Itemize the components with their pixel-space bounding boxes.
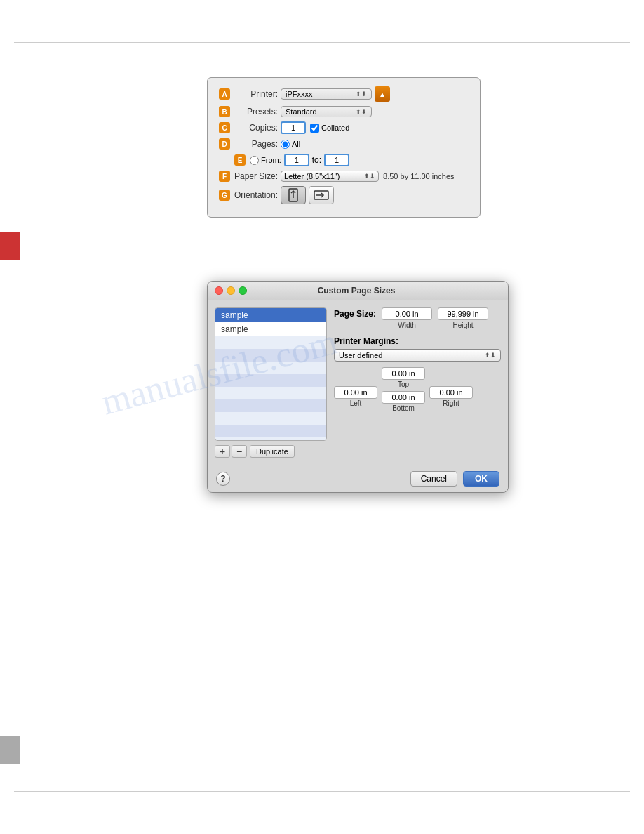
side-tab-red — [0, 232, 20, 260]
printer-select[interactable]: iPFxxxx ⬆⬇ — [281, 88, 372, 100]
paper-size-badge: F — [219, 171, 230, 182]
presets-badge: B — [219, 106, 230, 117]
print-dialog: A Printer: iPFxxxx ⬆⬇ ▲ B Presets: Stand… — [207, 77, 481, 218]
from-row: E From: to: — [234, 154, 469, 166]
dialog-body: sample sample + − Duplicate Page Size: W… — [208, 300, 508, 465]
help-button[interactable]: ? — [216, 472, 230, 486]
list-panel: sample sample + − Duplicate — [215, 307, 327, 458]
footer-buttons: Cancel OK — [410, 471, 499, 486]
printer-row: A Printer: iPFxxxx ⬆⬇ ▲ — [219, 86, 469, 102]
presets-dropdown-arrow: ⬆⬇ — [356, 108, 367, 115]
presets-value: Standard — [286, 107, 317, 116]
copies-row: C Copies: Collated — [219, 121, 469, 134]
top-bottom-margin-group: Top Bottom — [382, 367, 425, 412]
width-input[interactable] — [382, 307, 432, 320]
printer-margins-label: Printer Margins: — [334, 336, 501, 346]
paper-size-arrow: ⬆⬇ — [364, 173, 375, 180]
all-radio-label[interactable]: All — [281, 140, 300, 149]
bottom-margin-input[interactable] — [382, 391, 425, 404]
printer-badge: A — [219, 88, 230, 100]
portrait-icon — [288, 188, 299, 202]
top-margin-box: Top — [382, 367, 425, 388]
list-item[interactable]: sample — [215, 322, 326, 336]
width-input-box: Width — [382, 307, 432, 329]
height-label: Height — [453, 322, 474, 329]
pages-radio-group: All — [281, 140, 300, 149]
from-label: From: — [261, 156, 281, 164]
presets-select[interactable]: Standard ⬆⬇ — [281, 106, 372, 117]
custom-page-sizes-dialog: Custom Page Sizes sample sample + − Dupl… — [207, 281, 509, 493]
to-input[interactable] — [324, 154, 349, 166]
landscape-button[interactable] — [309, 186, 334, 204]
height-input-box: Height — [438, 307, 488, 329]
top-margin-label: Top — [398, 380, 409, 388]
size-input-group: Width Height — [382, 307, 488, 329]
margins-layout: Left Top Bottom Right — [334, 367, 501, 412]
list-stripes — [215, 336, 326, 441]
side-tab-gray — [0, 736, 20, 764]
top-rule — [14, 42, 630, 43]
dialog-titlebar: Custom Page Sizes — [208, 282, 508, 300]
to-label: to: — [312, 155, 321, 165]
copies-badge: C — [219, 122, 230, 133]
height-input[interactable] — [438, 307, 488, 320]
orientation-row: G Orientation: — [219, 186, 469, 204]
list-item[interactable]: sample — [215, 308, 326, 322]
bottom-rule — [14, 791, 630, 792]
cancel-button[interactable]: Cancel — [410, 471, 457, 486]
left-margin-input[interactable] — [334, 386, 377, 399]
printer-arrow-button[interactable]: ▲ — [375, 86, 390, 102]
add-button[interactable]: + — [215, 445, 230, 458]
printer-value: iPFxxxx — [286, 90, 313, 98]
from-radio[interactable] — [250, 156, 259, 165]
printer-label: Printer: — [234, 89, 278, 99]
portrait-button[interactable] — [281, 186, 306, 204]
list-box: sample sample — [215, 307, 327, 441]
from-input[interactable] — [284, 154, 309, 166]
from-badge: E — [234, 154, 246, 166]
bottom-margin-label: Bottom — [392, 404, 415, 412]
orientation-badge: G — [219, 190, 230, 201]
presets-select-container[interactable]: Standard ⬆⬇ — [281, 106, 372, 117]
dialog-title: Custom Page Sizes — [212, 286, 501, 296]
from-radio-label[interactable]: From: — [250, 156, 281, 165]
landscape-icon — [314, 190, 329, 201]
bottom-margin-box: Bottom — [382, 391, 425, 412]
ok-button[interactable]: OK — [463, 471, 499, 486]
page-size-label: Page Size: — [334, 307, 376, 319]
printer-select-container[interactable]: iPFxxxx ⬆⬇ — [281, 88, 372, 100]
presets-label: Presets: — [234, 107, 278, 117]
pages-badge: D — [219, 138, 230, 150]
collated-label: Collated — [321, 124, 349, 132]
all-radio[interactable] — [281, 140, 290, 149]
dialog-footer: ? Cancel OK — [208, 465, 508, 492]
right-margin-box: Right — [429, 386, 473, 407]
left-margin-box: Left — [334, 386, 377, 407]
pages-label: Pages: — [234, 139, 278, 149]
left-margin-label: Left — [350, 399, 362, 407]
copies-label: Copies: — [234, 123, 278, 133]
paper-size-value: Letter (8.5"x11") — [284, 172, 340, 180]
right-margin-input[interactable] — [429, 386, 473, 399]
page-size-row: Page Size: Width Height — [334, 307, 501, 329]
collated-checkbox[interactable] — [310, 124, 319, 133]
printer-dropdown-arrow: ⬆⬇ — [356, 91, 367, 98]
margins-select-value: User defined — [339, 351, 382, 359]
collated-checkbox-label[interactable]: Collated — [310, 124, 349, 133]
paper-size-row: F Paper Size: Letter (8.5"x11") ⬆⬇ 8.50 … — [219, 171, 469, 182]
copies-input[interactable] — [281, 121, 306, 134]
pages-row: D Pages: All — [219, 138, 469, 150]
top-margin-input[interactable] — [382, 367, 425, 380]
paper-size-select[interactable]: Letter (8.5"x11") ⬆⬇ — [281, 171, 379, 182]
right-margin-label: Right — [443, 399, 459, 407]
width-label: Width — [398, 322, 416, 329]
presets-row: B Presets: Standard ⬆⬇ — [219, 106, 469, 117]
paper-size-label: Paper Size: — [234, 171, 278, 181]
duplicate-button[interactable]: Duplicate — [250, 445, 295, 458]
orientation-label: Orientation: — [234, 190, 278, 200]
all-label: All — [292, 140, 300, 148]
margins-select[interactable]: User defined ⬆⬇ — [334, 349, 501, 362]
remove-button[interactable]: − — [232, 445, 247, 458]
margins-select-arrow: ⬆⬇ — [485, 352, 496, 359]
list-buttons: + − Duplicate — [215, 445, 327, 458]
